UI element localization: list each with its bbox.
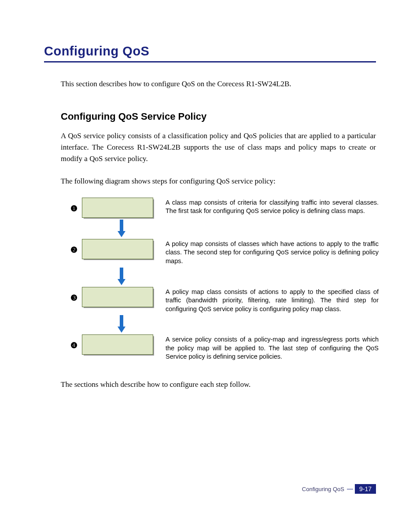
step-box-wrap-3	[82, 287, 161, 307]
arrow-down-icon	[117, 314, 126, 334]
step-box-wrap-2	[82, 239, 161, 259]
footer-label: Configuring QoS	[302, 486, 344, 492]
step-number-2: ❷	[70, 239, 82, 255]
closing-text: The sections which describe how to confi…	[61, 379, 376, 390]
step-row-2: ❷ A policy map consists of classes which…	[70, 239, 379, 266]
step-box-wrap-1	[82, 198, 161, 218]
step-row-4: ❹ A service policy consists of a policy-…	[70, 334, 379, 361]
arrow-row-3	[70, 313, 379, 334]
page-title: Configuring QoS	[44, 44, 376, 59]
step-desc-1: A class map consists of criteria for cla…	[166, 198, 379, 216]
step-number-3: ❸	[70, 287, 82, 303]
svg-marker-1	[118, 231, 125, 237]
arrow-row-2	[70, 266, 379, 287]
section-subtitle: Configuring QoS Service Policy	[61, 111, 376, 122]
paragraph-2: The following diagram shows steps for co…	[61, 176, 376, 187]
title-rule	[44, 61, 376, 62]
step-box-1	[82, 198, 153, 218]
step-number-1: ❶	[70, 198, 82, 213]
step-box-3	[82, 287, 153, 307]
arrow-down-icon	[117, 219, 126, 238]
step-box-wrap-4	[82, 334, 161, 355]
svg-marker-5	[118, 327, 125, 333]
arrow-row-1	[70, 218, 379, 239]
step-box-2	[82, 239, 153, 259]
page-number: 9-17	[355, 484, 376, 494]
step-row-3: ❸ A policy map class consists of actions…	[70, 287, 379, 314]
footer-line-icon	[347, 489, 353, 489]
intro-text: This section describes how to configure …	[61, 78, 376, 90]
step-row-1: ❶ A class map consists of criteria for c…	[70, 198, 379, 218]
step-desc-2: A policy map consists of classes which h…	[166, 239, 379, 266]
step-desc-4: A service policy consists of a policy-ma…	[166, 334, 379, 361]
step-box-4	[82, 334, 153, 355]
arrow-down-icon	[117, 267, 126, 286]
steps-diagram: ❶ A class map consists of criteria for c…	[70, 198, 379, 361]
page-footer: Configuring QoS 9-17	[302, 484, 376, 494]
step-desc-3: A policy map class consists of actions t…	[166, 287, 379, 314]
svg-marker-3	[118, 279, 125, 285]
step-number-4: ❹	[70, 334, 82, 350]
paragraph-1: A QoS service policy consists of a class…	[61, 130, 376, 165]
